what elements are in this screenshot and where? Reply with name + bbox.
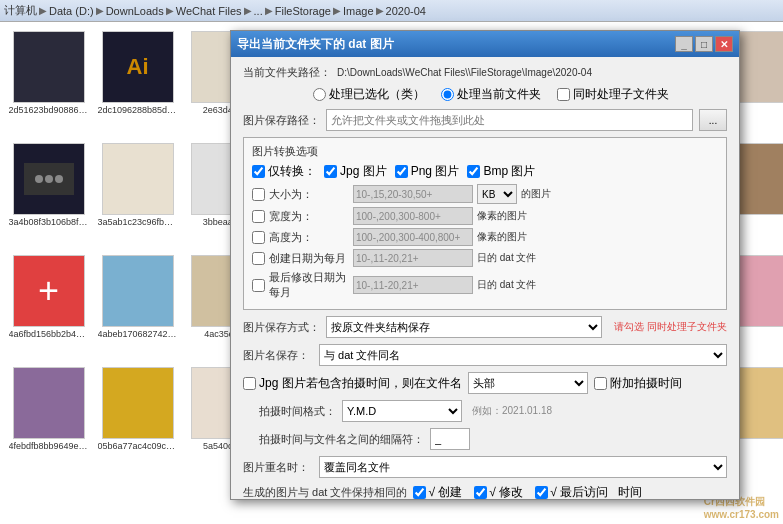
- separator-label: 拍摄时间与文件名之间的细隔符：: [259, 432, 424, 447]
- breadcrumb-wechat[interactable]: WeChat Files: [176, 5, 242, 17]
- width-filter-label: 宽度为：: [269, 209, 349, 224]
- breadcrumb-data[interactable]: Data (D:): [49, 5, 94, 17]
- processed-option[interactable]: 处理已选化（类）: [313, 86, 425, 103]
- dialog-titlebar: 导出当前文件夹下的 dat 图片 _ □ ✕: [231, 31, 739, 57]
- maximize-button[interactable]: □: [695, 36, 713, 52]
- append-time-checkbox[interactable]: [594, 377, 607, 390]
- jpg-time-checkbox[interactable]: [243, 377, 256, 390]
- file-thumbnail: [102, 143, 174, 215]
- save-method-select[interactable]: 按原文件夹结构保存 按日期保存 保存到同一文件夹: [326, 316, 602, 338]
- bmp-option[interactable]: Bmp 图片: [467, 163, 535, 180]
- save-method-label: 图片保存方式：: [243, 320, 320, 335]
- access-option[interactable]: √ 最后访问: [535, 484, 608, 499]
- breadcrumb-date[interactable]: 2020-04: [386, 5, 426, 17]
- breadcrumb-image[interactable]: Image: [343, 5, 374, 17]
- list-item[interactable]: 4febdfb8bb9649eb0...: [5, 363, 92, 473]
- filename-select[interactable]: 与 dat 文件同名 使用原始文件名 自定义: [319, 344, 727, 366]
- size-filter-row: 大小为： KB MB 的图片: [252, 184, 718, 204]
- processed-label1: 处理已选化（类）: [329, 86, 425, 103]
- breadcrumb-computer[interactable]: 计算机: [4, 3, 37, 18]
- created-label: √ 创建: [428, 484, 462, 499]
- create-date-desc: 日的 dat 文件: [477, 251, 536, 265]
- png-option[interactable]: Png 图片: [395, 163, 460, 180]
- close-button[interactable]: ✕: [715, 36, 733, 52]
- jpg-option[interactable]: Jpg 图片: [324, 163, 387, 180]
- access-label: √ 最后访问: [550, 484, 608, 499]
- warning-text: 请勾选 同时处理子文件夹: [614, 320, 727, 334]
- browse-button[interactable]: ...: [699, 109, 727, 131]
- save-path-label: 图片保存路径：: [243, 113, 320, 128]
- dialog-title: 导出当前文件夹下的 dat 图片: [237, 36, 394, 53]
- list-item[interactable]: + 4a6fbd156bb2b4c2f...: [5, 251, 92, 361]
- modified-checkbox[interactable]: [474, 486, 487, 499]
- bmp-checkbox[interactable]: [467, 165, 480, 178]
- jpg-label: Jpg 图片: [340, 163, 387, 180]
- width-filter-checkbox[interactable]: [252, 210, 265, 223]
- list-item[interactable]: 2d51623bd90886fd0...: [5, 27, 92, 137]
- breadcrumb-ellipsis: ...: [254, 5, 263, 17]
- modify-date-input[interactable]: [353, 276, 473, 294]
- modify-date-checkbox[interactable]: [252, 279, 265, 292]
- processed-radio[interactable]: [313, 88, 326, 101]
- position-select[interactable]: 头部 尾部: [468, 372, 588, 394]
- create-date-input[interactable]: [353, 249, 473, 267]
- modified-option[interactable]: √ 修改: [474, 484, 523, 499]
- height-filter-row: 高度为： 像素的图片: [252, 228, 718, 246]
- sep2: ▶: [96, 5, 104, 16]
- time-attr-label: 时间: [618, 484, 642, 499]
- size-filter-checkbox[interactable]: [252, 188, 265, 201]
- size-filter-input[interactable]: [353, 185, 473, 203]
- time-format-select[interactable]: Y.M.D Y-M-D Y/M/D: [342, 400, 462, 422]
- size-unit-select[interactable]: KB MB: [477, 184, 517, 204]
- created-option[interactable]: √ 创建: [413, 484, 462, 499]
- create-date-row: 创建日期为每月 日的 dat 文件: [252, 249, 718, 267]
- current-path-value: D:\DownLoads\WeChat Files\\FileStorage\I…: [337, 67, 727, 78]
- create-date-checkbox[interactable]: [252, 252, 265, 265]
- png-checkbox[interactable]: [395, 165, 408, 178]
- file-name: 3a4b08f3b106b8ff6a...: [9, 217, 89, 227]
- file-thumbnail: [102, 255, 174, 327]
- list-item[interactable]: 05b6a77ac4c09cb1f...: [94, 363, 181, 473]
- list-item[interactable]: Ai 2dc1096288b85dc93...: [94, 27, 181, 137]
- created-checkbox[interactable]: [413, 486, 426, 499]
- minimize-button[interactable]: _: [675, 36, 693, 52]
- list-item[interactable]: 4abeb170682742ac7...: [94, 251, 181, 361]
- convert-options-row: 仅转换： Jpg 图片 Png 图片 Bmp 图片: [252, 163, 718, 180]
- jpg-checkbox[interactable]: [324, 165, 337, 178]
- sync-subfolder-option[interactable]: 同时处理子文件夹: [557, 86, 669, 103]
- save-method-row: 图片保存方式： 按原文件夹结构保存 按日期保存 保存到同一文件夹 请勾选 同时处…: [243, 316, 727, 338]
- append-label: 附加拍摄时间: [610, 375, 682, 392]
- current-folder-option[interactable]: 处理当前文件夹: [441, 86, 541, 103]
- convert-label: 仅转换：: [268, 163, 316, 180]
- convert-checkbox[interactable]: [252, 165, 265, 178]
- breadcrumb-downloads[interactable]: DownLoads: [106, 5, 164, 17]
- rename-select[interactable]: 覆盖同名文件 自动重命名 跳过: [319, 456, 727, 478]
- separator-input[interactable]: [430, 428, 470, 450]
- sep4: ▶: [244, 5, 252, 16]
- sync-subfolder-checkbox[interactable]: [557, 88, 570, 101]
- list-item[interactable]: 3a4b08f3b106b8ff6a...: [5, 139, 92, 249]
- jpg-time-label: Jpg 图片若包含拍摄时间，则在文件名: [259, 375, 462, 392]
- jpg-time-checkbox-wrapper[interactable]: Jpg 图片若包含拍摄时间，则在文件名: [243, 375, 462, 392]
- export-dialog: 导出当前文件夹下的 dat 图片 _ □ ✕ 当前文件夹路径： D:\DownL…: [230, 30, 740, 500]
- modify-date-label: 最后修改日期为每月: [269, 270, 349, 300]
- rename-label: 图片重名时：: [243, 460, 313, 475]
- list-item[interactable]: 3a5ab1c23c96fb628...: [94, 139, 181, 249]
- file-name: 05b6a77ac4c09cb1f...: [98, 441, 178, 451]
- height-filter-input[interactable]: [353, 228, 473, 246]
- append-time-wrapper[interactable]: 附加拍摄时间: [594, 375, 682, 392]
- dialog-content: 当前文件夹路径： D:\DownLoads\WeChat Files\\File…: [231, 57, 739, 499]
- breadcrumb-filestorage[interactable]: FileStorage: [275, 5, 331, 17]
- height-filter-checkbox[interactable]: [252, 231, 265, 244]
- convert-section: 图片转换选项 仅转换： Jpg 图片 Png 图片 Bmp 图片: [243, 137, 727, 310]
- file-thumbnail: [102, 367, 174, 439]
- convert-label-wrapper[interactable]: 仅转换：: [252, 163, 316, 180]
- width-filter-input[interactable]: [353, 207, 473, 225]
- current-folder-radio[interactable]: [441, 88, 454, 101]
- save-path-input[interactable]: [326, 109, 693, 131]
- time-example: 例如：2021.01.18: [472, 404, 552, 418]
- file-thumbnail: [13, 143, 85, 215]
- jpg-time-row: Jpg 图片若包含拍摄时间，则在文件名 头部 尾部 附加拍摄时间: [243, 372, 727, 394]
- sep6: ▶: [333, 5, 341, 16]
- access-checkbox[interactable]: [535, 486, 548, 499]
